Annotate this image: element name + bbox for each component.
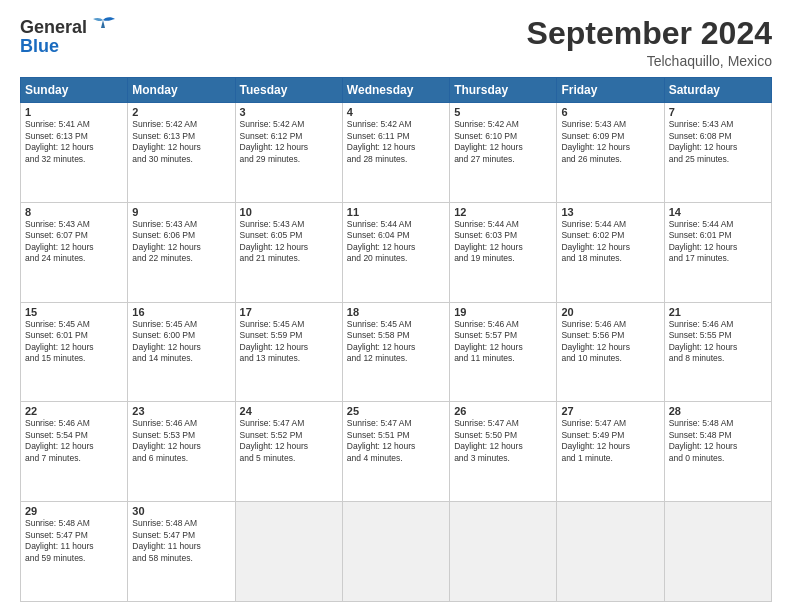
header-thursday: Thursday: [450, 78, 557, 103]
calendar-cell: [450, 502, 557, 602]
day-number: 12: [454, 206, 552, 218]
day-info: Sunrise: 5:43 AMSunset: 6:07 PMDaylight:…: [25, 219, 123, 265]
day-info: Sunrise: 5:43 AMSunset: 6:08 PMDaylight:…: [669, 119, 767, 165]
day-info: Sunrise: 5:45 AMSunset: 5:58 PMDaylight:…: [347, 319, 445, 365]
day-number: 6: [561, 106, 659, 118]
day-number: 14: [669, 206, 767, 218]
day-info: Sunrise: 5:44 AMSunset: 6:04 PMDaylight:…: [347, 219, 445, 265]
day-number: 24: [240, 405, 338, 417]
page: General Blue September 2024 Telchaquillo…: [0, 0, 792, 612]
calendar-cell: 21Sunrise: 5:46 AMSunset: 5:55 PMDayligh…: [664, 302, 771, 402]
calendar-cell: 27Sunrise: 5:47 AMSunset: 5:49 PMDayligh…: [557, 402, 664, 502]
calendar-cell: 3Sunrise: 5:42 AMSunset: 6:12 PMDaylight…: [235, 103, 342, 203]
day-info: Sunrise: 5:45 AMSunset: 6:01 PMDaylight:…: [25, 319, 123, 365]
header-friday: Friday: [557, 78, 664, 103]
calendar-cell: [342, 502, 449, 602]
day-info: Sunrise: 5:48 AMSunset: 5:48 PMDaylight:…: [669, 418, 767, 464]
calendar-cell: 24Sunrise: 5:47 AMSunset: 5:52 PMDayligh…: [235, 402, 342, 502]
logo-general-text: General: [20, 17, 87, 38]
location: Telchaquillo, Mexico: [527, 53, 772, 69]
calendar-cell: 12Sunrise: 5:44 AMSunset: 6:03 PMDayligh…: [450, 202, 557, 302]
day-info: Sunrise: 5:46 AMSunset: 5:56 PMDaylight:…: [561, 319, 659, 365]
day-info: Sunrise: 5:47 AMSunset: 5:51 PMDaylight:…: [347, 418, 445, 464]
day-number: 21: [669, 306, 767, 318]
calendar-cell: 17Sunrise: 5:45 AMSunset: 5:59 PMDayligh…: [235, 302, 342, 402]
calendar-cell: 14Sunrise: 5:44 AMSunset: 6:01 PMDayligh…: [664, 202, 771, 302]
day-info: Sunrise: 5:42 AMSunset: 6:13 PMDaylight:…: [132, 119, 230, 165]
day-info: Sunrise: 5:46 AMSunset: 5:54 PMDaylight:…: [25, 418, 123, 464]
day-info: Sunrise: 5:45 AMSunset: 6:00 PMDaylight:…: [132, 319, 230, 365]
calendar-cell: 18Sunrise: 5:45 AMSunset: 5:58 PMDayligh…: [342, 302, 449, 402]
day-number: 4: [347, 106, 445, 118]
calendar-cell: 23Sunrise: 5:46 AMSunset: 5:53 PMDayligh…: [128, 402, 235, 502]
calendar-cell: 1Sunrise: 5:41 AMSunset: 6:13 PMDaylight…: [21, 103, 128, 203]
day-number: 22: [25, 405, 123, 417]
day-info: Sunrise: 5:43 AMSunset: 6:06 PMDaylight:…: [132, 219, 230, 265]
day-number: 13: [561, 206, 659, 218]
calendar-cell: 2Sunrise: 5:42 AMSunset: 6:13 PMDaylight…: [128, 103, 235, 203]
day-number: 26: [454, 405, 552, 417]
calendar-cell: 4Sunrise: 5:42 AMSunset: 6:11 PMDaylight…: [342, 103, 449, 203]
day-number: 28: [669, 405, 767, 417]
calendar-cell: 9Sunrise: 5:43 AMSunset: 6:06 PMDaylight…: [128, 202, 235, 302]
calendar-cell: 8Sunrise: 5:43 AMSunset: 6:07 PMDaylight…: [21, 202, 128, 302]
day-info: Sunrise: 5:42 AMSunset: 6:10 PMDaylight:…: [454, 119, 552, 165]
day-info: Sunrise: 5:44 AMSunset: 6:03 PMDaylight:…: [454, 219, 552, 265]
day-number: 3: [240, 106, 338, 118]
logo: General Blue: [20, 16, 117, 57]
day-number: 15: [25, 306, 123, 318]
day-number: 16: [132, 306, 230, 318]
calendar-cell: 15Sunrise: 5:45 AMSunset: 6:01 PMDayligh…: [21, 302, 128, 402]
calendar-cell: 6Sunrise: 5:43 AMSunset: 6:09 PMDaylight…: [557, 103, 664, 203]
day-info: Sunrise: 5:42 AMSunset: 6:12 PMDaylight:…: [240, 119, 338, 165]
header: General Blue September 2024 Telchaquillo…: [20, 16, 772, 69]
logo-bird-icon: [89, 16, 117, 38]
day-info: Sunrise: 5:47 AMSunset: 5:52 PMDaylight:…: [240, 418, 338, 464]
day-info: Sunrise: 5:43 AMSunset: 6:05 PMDaylight:…: [240, 219, 338, 265]
day-number: 8: [25, 206, 123, 218]
calendar-cell: 16Sunrise: 5:45 AMSunset: 6:00 PMDayligh…: [128, 302, 235, 402]
day-info: Sunrise: 5:44 AMSunset: 6:01 PMDaylight:…: [669, 219, 767, 265]
calendar-cell: 26Sunrise: 5:47 AMSunset: 5:50 PMDayligh…: [450, 402, 557, 502]
header-sunday: Sunday: [21, 78, 128, 103]
day-info: Sunrise: 5:43 AMSunset: 6:09 PMDaylight:…: [561, 119, 659, 165]
calendar-cell: [664, 502, 771, 602]
day-number: 27: [561, 405, 659, 417]
day-number: 29: [25, 505, 123, 517]
day-number: 23: [132, 405, 230, 417]
day-number: 10: [240, 206, 338, 218]
calendar-cell: 7Sunrise: 5:43 AMSunset: 6:08 PMDaylight…: [664, 103, 771, 203]
day-number: 5: [454, 106, 552, 118]
day-info: Sunrise: 5:46 AMSunset: 5:55 PMDaylight:…: [669, 319, 767, 365]
month-title: September 2024: [527, 16, 772, 51]
logo-blue-text: Blue: [20, 36, 59, 57]
day-number: 9: [132, 206, 230, 218]
day-info: Sunrise: 5:41 AMSunset: 6:13 PMDaylight:…: [25, 119, 123, 165]
day-number: 25: [347, 405, 445, 417]
calendar-cell: 5Sunrise: 5:42 AMSunset: 6:10 PMDaylight…: [450, 103, 557, 203]
calendar-header-row: Sunday Monday Tuesday Wednesday Thursday…: [21, 78, 772, 103]
calendar-cell: [557, 502, 664, 602]
day-number: 17: [240, 306, 338, 318]
title-block: September 2024 Telchaquillo, Mexico: [527, 16, 772, 69]
header-wednesday: Wednesday: [342, 78, 449, 103]
calendar-cell: 19Sunrise: 5:46 AMSunset: 5:57 PMDayligh…: [450, 302, 557, 402]
day-info: Sunrise: 5:42 AMSunset: 6:11 PMDaylight:…: [347, 119, 445, 165]
calendar-cell: 28Sunrise: 5:48 AMSunset: 5:48 PMDayligh…: [664, 402, 771, 502]
day-number: 11: [347, 206, 445, 218]
calendar-cell: 20Sunrise: 5:46 AMSunset: 5:56 PMDayligh…: [557, 302, 664, 402]
calendar-cell: 25Sunrise: 5:47 AMSunset: 5:51 PMDayligh…: [342, 402, 449, 502]
calendar-cell: 11Sunrise: 5:44 AMSunset: 6:04 PMDayligh…: [342, 202, 449, 302]
day-info: Sunrise: 5:46 AMSunset: 5:53 PMDaylight:…: [132, 418, 230, 464]
day-info: Sunrise: 5:46 AMSunset: 5:57 PMDaylight:…: [454, 319, 552, 365]
day-number: 1: [25, 106, 123, 118]
day-info: Sunrise: 5:44 AMSunset: 6:02 PMDaylight:…: [561, 219, 659, 265]
day-number: 19: [454, 306, 552, 318]
calendar-cell: 22Sunrise: 5:46 AMSunset: 5:54 PMDayligh…: [21, 402, 128, 502]
day-info: Sunrise: 5:45 AMSunset: 5:59 PMDaylight:…: [240, 319, 338, 365]
calendar-cell: 13Sunrise: 5:44 AMSunset: 6:02 PMDayligh…: [557, 202, 664, 302]
day-number: 7: [669, 106, 767, 118]
header-saturday: Saturday: [664, 78, 771, 103]
day-info: Sunrise: 5:48 AMSunset: 5:47 PMDaylight:…: [132, 518, 230, 564]
day-info: Sunrise: 5:47 AMSunset: 5:50 PMDaylight:…: [454, 418, 552, 464]
